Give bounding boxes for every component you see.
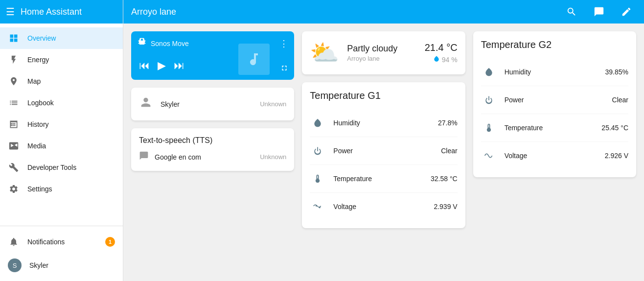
sensor-row-power: Power Clear — [481, 86, 628, 114]
power-icon — [310, 143, 325, 159]
sensor-value: 2.926 V — [605, 152, 628, 160]
tts-card: Text-to-speech (TTS) Google en com Unkno… — [131, 128, 294, 171]
main-content: Arroyo lane Sonos Move ⋮ ⏮ — [123, 0, 644, 281]
sidebar-item-user[interactable]: S Skyler — [0, 254, 123, 277]
history-icon — [8, 118, 20, 130]
user-name-label: Skyler — [29, 261, 48, 269]
thermometer-icon — [310, 171, 325, 187]
sidebar-item-media[interactable]: Media — [0, 135, 123, 157]
sonos-menu-icon[interactable]: ⋮ — [279, 38, 288, 49]
page-title: Arroyo lane — [131, 7, 554, 17]
sidebar-item-label: Map — [27, 77, 41, 85]
developer-tools-icon — [8, 162, 20, 173]
weather-info: Partly cloudy Arroyo lane — [347, 44, 416, 62]
sensor-value: Clear — [612, 96, 628, 104]
sensor-value: 2.939 V — [434, 203, 457, 211]
temp-g2-card: Temperature G2 Humidity 39.85% Power Cle… — [473, 31, 636, 177]
speaker-icon — [137, 37, 147, 49]
play-button[interactable]: ▶ — [156, 57, 168, 74]
sensor-name: Temperature — [333, 175, 423, 183]
sidebar-item-label: Developer Tools — [27, 164, 76, 171]
sidebar-item-label: Logbook — [27, 99, 54, 107]
sidebar-nav: Overview Energy Map Logbook History — [0, 23, 123, 226]
weather-right: 21.4 °C 94 % — [425, 42, 458, 64]
map-icon — [8, 75, 20, 87]
sensor-value: Clear — [441, 147, 457, 155]
sidebar-item-overview[interactable]: Overview — [0, 27, 123, 49]
sidebar-item-energy[interactable]: Energy — [0, 49, 123, 70]
drop-icon — [310, 115, 325, 131]
sidebar-item-label: Energy — [27, 56, 49, 64]
sidebar-item-logbook[interactable]: Logbook — [0, 92, 123, 114]
temp-g2-title: Temperature G2 — [481, 39, 628, 50]
sidebar-item-label: Overview — [27, 34, 56, 42]
sonos-card: Sonos Move ⋮ ⏮ ▶ ⏭ — [131, 31, 294, 80]
sonos-controls: ⏮ ▶ ⏭ — [131, 53, 294, 80]
chat-icon[interactable] — [589, 2, 609, 22]
temp-g1-title: Temperature G1 — [310, 90, 457, 101]
wave-icon — [310, 199, 325, 214]
sensor-value: 27.8% — [438, 119, 458, 127]
person-status: Unknown — [260, 100, 286, 108]
sensor-row-humidity: Humidity 27.8% — [310, 109, 457, 137]
sensor-name: Voltage — [333, 203, 426, 211]
thermometer-icon — [481, 120, 497, 136]
sidebar-item-label: Media — [27, 142, 46, 150]
sidebar-item-history[interactable]: History — [0, 114, 123, 135]
sensor-name: Humidity — [505, 68, 598, 76]
media-icon — [8, 140, 20, 152]
wave-icon — [481, 148, 497, 164]
column-1: Sonos Move ⋮ ⏮ ▶ ⏭ — [131, 31, 294, 273]
edit-icon[interactable] — [617, 2, 636, 22]
notification-badge: 1 — [105, 237, 115, 247]
sidebar-bottom: Notifications 1 S Skyler — [0, 226, 123, 281]
next-button[interactable]: ⏭ — [172, 57, 186, 74]
person-icon — [139, 95, 153, 113]
sensor-name: Humidity — [333, 119, 430, 127]
app-title: Home Assistant — [21, 7, 82, 17]
settings-icon — [8, 183, 20, 195]
sensor-value: 25.45 °C — [601, 124, 628, 132]
sidebar: ☰ Home Assistant Overview Energy Map Lo — [0, 0, 123, 281]
person-card: Skyler Unknown — [131, 88, 294, 120]
weather-condition: Partly cloudy — [347, 44, 416, 54]
weather-temp: 21.4 °C — [425, 42, 458, 53]
energy-icon — [8, 54, 20, 66]
person-name: Skyler — [161, 100, 252, 108]
sensor-row-voltage: Voltage 2.939 V — [310, 193, 457, 220]
power-off-icon — [481, 92, 497, 108]
sensor-row-power: Power Clear — [310, 137, 457, 165]
drop-icon — [481, 64, 497, 80]
prev-button[interactable]: ⏮ — [137, 57, 152, 74]
tts-title: Text-to-speech (TTS) — [139, 136, 286, 145]
avatar: S — [8, 258, 22, 272]
weather-card: ⛅ Partly cloudy Arroyo lane 21.4 °C 94 % — [302, 31, 465, 74]
logbook-icon — [8, 97, 20, 109]
weather-location: Arroyo lane — [347, 55, 416, 62]
menu-icon[interactable]: ☰ — [6, 6, 15, 18]
weather-humidity: 94 % — [425, 55, 458, 64]
sidebar-header: ☰ Home Assistant — [0, 0, 123, 23]
sensor-value: 32.58 °C — [431, 175, 458, 183]
sensor-row-voltage: Voltage 2.926 V — [481, 142, 628, 169]
humidity-value: 94 % — [442, 56, 458, 64]
sidebar-item-settings[interactable]: Settings — [0, 178, 123, 200]
sidebar-item-map[interactable]: Map — [0, 70, 123, 92]
dashboard: Sonos Move ⋮ ⏮ ▶ ⏭ — [123, 23, 644, 281]
tts-item-icon — [139, 151, 149, 163]
humidity-icon — [433, 55, 440, 64]
sensor-value: 39.85% — [605, 68, 628, 76]
sensor-row-humidity: Humidity 39.85% — [481, 58, 628, 86]
sensor-row-temp: Temperature 32.58 °C — [310, 165, 457, 193]
search-icon[interactable] — [562, 2, 581, 22]
sensor-name: Power — [333, 147, 433, 155]
sidebar-item-developer-tools[interactable]: Developer Tools — [0, 157, 123, 178]
album-art — [238, 44, 270, 75]
topbar: Arroyo lane — [123, 0, 644, 23]
sensor-name: Voltage — [505, 152, 597, 160]
temp-g1-card: Temperature G1 Humidity 27.8% Power Clea… — [302, 82, 465, 228]
bell-icon — [8, 236, 20, 248]
sensor-name: Temperature — [505, 124, 594, 132]
fullscreen-icon[interactable] — [280, 64, 288, 74]
sidebar-item-notifications[interactable]: Notifications 1 — [0, 230, 123, 254]
